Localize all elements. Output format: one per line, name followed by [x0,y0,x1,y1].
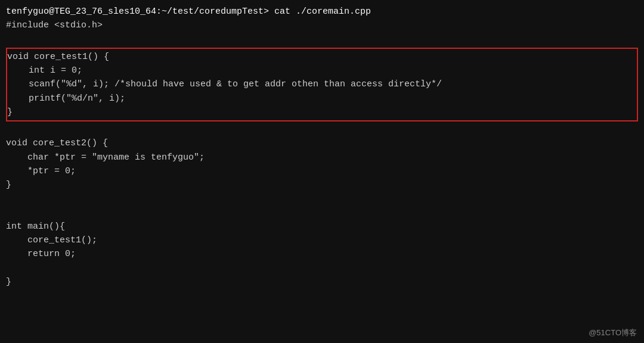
code-line-b3-1: int main(){ [6,220,638,233]
watermark: @51CTO博客 [589,328,637,338]
code-line-b3-5: } [6,275,638,289]
code-line-b2-2: char *ptr = "myname is tenfyguo"; [6,151,638,164]
code-line-h4: printf("%d/n", i); [7,92,637,105]
code-line-b3-3: return 0; [6,247,638,261]
code-line-h2: int i = 0; [7,64,637,77]
code-line-h5: } [7,105,637,119]
code-line-h3: scanf("%d", i); /*should have used & to … [7,77,637,91]
include-line: #include <stdio.h> [6,18,638,32]
blank-line-3 [6,192,638,205]
highlighted-code-block: void core_test1() { int i = 0; scanf("%d… [6,48,638,121]
code-line-b2-3: *ptr = 0; [6,164,638,178]
code-line-b3-4 [6,261,638,275]
terminal: tenfyguo@TEG_23_76_sles10_64:~/test/core… [0,0,644,343]
blank-line-1 [6,33,638,46]
code-line-b2-1: void core_test2() { [6,136,638,150]
blank-line-2 [6,123,638,136]
code-line-h1: void core_test1() { [7,50,637,64]
code-line-b3-2: core_test1(); [6,233,638,247]
code-line-b2-4: } [6,178,638,192]
blank-line-4 [6,206,638,220]
prompt-line: tenfyguo@TEG_23_76_sles10_64:~/test/core… [6,5,638,18]
